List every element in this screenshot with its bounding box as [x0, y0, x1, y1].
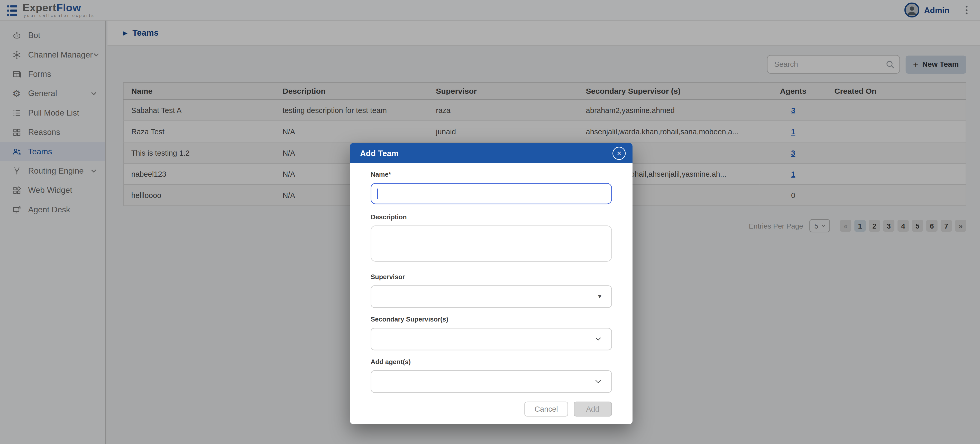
name-label: Name*	[371, 171, 612, 178]
description-label: Description	[371, 213, 612, 220]
supervisor-select[interactable]: ▼	[371, 285, 612, 308]
supervisor-label: Supervisor	[371, 273, 612, 281]
text-cursor	[377, 188, 378, 199]
add-button[interactable]: Add	[574, 402, 612, 417]
modal-header: Add Team ×	[350, 143, 633, 163]
add-agents-select[interactable]	[371, 370, 612, 393]
dropdown-arrow-icon: ▼	[597, 293, 603, 300]
cancel-button[interactable]: Cancel	[525, 402, 568, 417]
secondary-supervisor-label: Secondary Supervisor(s)	[371, 316, 612, 323]
description-textarea[interactable]	[371, 225, 612, 262]
app-window: ExpertFlow your callcenter experts Admin…	[0, 0, 980, 444]
chevron-down-icon	[594, 377, 603, 386]
secondary-supervisor-select[interactable]	[371, 328, 612, 350]
add-agents-label: Add agent(s)	[371, 358, 612, 365]
add-team-modal: Add Team × Name* Description Supervisor …	[350, 143, 633, 424]
team-name-input[interactable]	[371, 183, 612, 205]
modal-title: Add Team	[360, 148, 399, 158]
chevron-down-icon	[594, 335, 603, 343]
close-icon[interactable]: ×	[612, 146, 625, 160]
